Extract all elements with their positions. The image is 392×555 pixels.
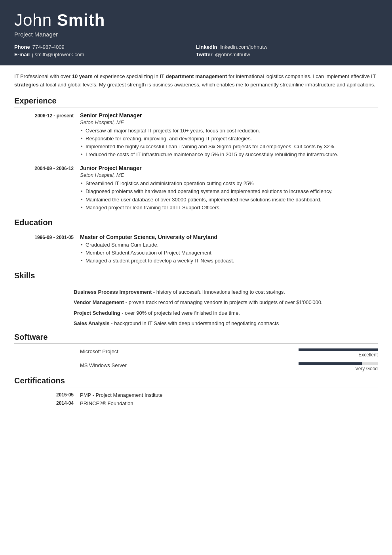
bullet-item: I reduced the costs of IT infrastructure… [80, 151, 378, 159]
skills-heading: Skills [14, 271, 378, 282]
skill-description: - proven track record of managing vendor… [124, 299, 322, 305]
skill-description: - history of successful innovations lead… [152, 289, 285, 295]
contact-label: E-mail [14, 52, 30, 57]
entry-bullets: Graduated Summa Cum Laude.Member of Stud… [80, 241, 378, 265]
software-name: MS Windows Server [80, 362, 276, 368]
software-row: Microsoft ProjectExcellent [14, 348, 378, 358]
skill-name: Project Scheduling [74, 310, 120, 316]
entry-date: 2006-12 - present [14, 112, 74, 159]
skill-description: - over 90% of projects led were finished… [120, 310, 240, 316]
entry-right: Junior Project ManagerSeton Hospital, ME… [80, 165, 378, 212]
education-section: Education 1996-09 - 2001-05Master of Com… [14, 218, 378, 265]
education-entries: 1996-09 - 2001-05Master of Computer Scie… [14, 234, 378, 265]
experience-heading: Experience [14, 96, 378, 107]
contact-item: Twitter@johnsmithutw [196, 52, 378, 57]
entry-title: Senior Project Manager [80, 112, 378, 119]
bullet-item: Managed project for lean training for al… [80, 204, 378, 212]
cert-date: 2015-05 [14, 392, 74, 398]
education-heading: Education [14, 218, 378, 229]
entry-bullets: Streamlined IT logistics and administrat… [80, 180, 378, 212]
bullet-item: Maintained the user database of over 300… [80, 196, 378, 204]
entry-right: Master of Computer Science, University o… [80, 234, 378, 265]
skills-list: Business Process Improvement - history o… [14, 287, 378, 328]
bullet-item: Graduated Summa Cum Laude. [80, 241, 378, 249]
cert-date: 2014-04 [14, 400, 74, 406]
resume-header: John Smith Project Manager Phone774-987-… [0, 0, 392, 65]
skills-section: Skills Business Process Improvement - hi… [14, 271, 378, 328]
skill-item: Business Process Improvement - history o… [74, 287, 378, 297]
contact-label: LinkedIn [196, 44, 217, 50]
entry-title: Junior Project Manager [80, 165, 378, 171]
entry-row: 2004-09 - 2006-12Junior Project ManagerS… [14, 165, 378, 212]
software-heading: Software [14, 333, 378, 344]
contact-value: linkedin.com/johnutw [219, 44, 267, 50]
contact-label: Phone [14, 44, 30, 50]
entry-right: Senior Project ManagerSeton Hospital, ME… [80, 112, 378, 159]
contact-label: Twitter [196, 52, 213, 57]
software-name: Microsoft Project [80, 348, 276, 354]
resume-main: IT Professional with over 10 years of ex… [0, 65, 392, 425]
contact-value: @johnsmithutw [215, 52, 250, 57]
skill-item: Sales Analysis - background in IT Sales … [74, 318, 378, 329]
bullet-item: Responsible for creating, improving, and… [80, 135, 378, 143]
software-level: Very Good [354, 366, 378, 371]
cert-row: 2014-04PRINCE2® Foundation [14, 400, 378, 406]
software-section: Software Microsoft ProjectExcellentMS Wi… [14, 333, 378, 371]
entry-company: Seton Hospital, ME [80, 172, 378, 178]
contact-grid: Phone774-987-4009LinkedInlinkedin.com/jo… [14, 44, 378, 57]
skill-name: Sales Analysis [74, 320, 110, 326]
entry-date: 2004-09 - 2006-12 [14, 165, 74, 212]
skill-item: Vendor Management - proven track record … [74, 297, 378, 308]
bullet-item: Member of Student Association of Project… [80, 249, 378, 257]
bullet-item: Managed a student project to develop a w… [80, 257, 378, 265]
skill-item: Project Scheduling - over 90% of project… [74, 308, 378, 318]
experience-entries: 2006-12 - presentSenior Project ManagerS… [14, 112, 378, 212]
entry-title: Master of Computer Science, University o… [80, 234, 378, 240]
bullet-item: Diagnosed problems with hardware and ope… [80, 188, 378, 195]
cert-name: PMP - Project Management Institute [80, 392, 378, 398]
software-list: Microsoft ProjectExcellentMS Windows Ser… [14, 348, 378, 371]
entry-date: 1996-09 - 2001-05 [14, 234, 74, 265]
skill-name: Business Process Improvement [74, 289, 152, 295]
last-name: Smith [57, 11, 105, 29]
certifications-heading: Certifications [14, 376, 378, 387]
entry-bullets: Oversaw all major hospital IT projects f… [80, 127, 378, 159]
candidate-name: John Smith [14, 11, 378, 29]
experience-section: Experience 2006-12 - presentSenior Proje… [14, 96, 378, 212]
skill-description: - background in IT Sales with deep under… [110, 320, 279, 326]
bullet-item: Streamlined IT logistics and administrat… [80, 180, 378, 188]
first-name: John [14, 11, 52, 29]
certifications-section: Certifications 2015-05PMP - Project Mana… [14, 376, 378, 406]
summary-section: IT Professional with over 10 years of ex… [14, 73, 378, 89]
cert-list: 2015-05PMP - Project Management Institut… [14, 392, 378, 406]
bullet-item: Implemented the highly successful Lean T… [80, 143, 378, 151]
entry-row: 2006-12 - presentSenior Project ManagerS… [14, 112, 378, 159]
cert-name: PRINCE2® Foundation [80, 400, 378, 406]
entry-company: Seton Hospital, ME [80, 119, 378, 125]
skill-name: Vendor Management [74, 299, 124, 305]
software-bar-fill [299, 362, 362, 365]
bullet-item: Oversaw all major hospital IT projects f… [80, 127, 378, 135]
contact-item: Phone774-987-4009 [14, 44, 196, 50]
contact-item: LinkedInlinkedin.com/johnutw [196, 44, 378, 50]
software-bar-track [299, 362, 378, 365]
contact-value: 774-987-4009 [32, 44, 65, 50]
software-bar-fill [299, 348, 378, 351]
contact-value: j.smith@uptowork.com [32, 52, 84, 57]
candidate-title: Project Manager [14, 31, 378, 38]
contact-item: E-mailj.smith@uptowork.com [14, 52, 196, 57]
cert-row: 2015-05PMP - Project Management Institut… [14, 392, 378, 398]
software-level: Excellent [354, 352, 378, 358]
software-row: MS Windows ServerVery Good [14, 362, 378, 371]
software-bar-wrap: Very Good [283, 362, 378, 371]
software-bar-wrap: Excellent [283, 348, 378, 358]
software-bar-track [299, 348, 378, 351]
entry-row: 1996-09 - 2001-05Master of Computer Scie… [14, 234, 378, 265]
